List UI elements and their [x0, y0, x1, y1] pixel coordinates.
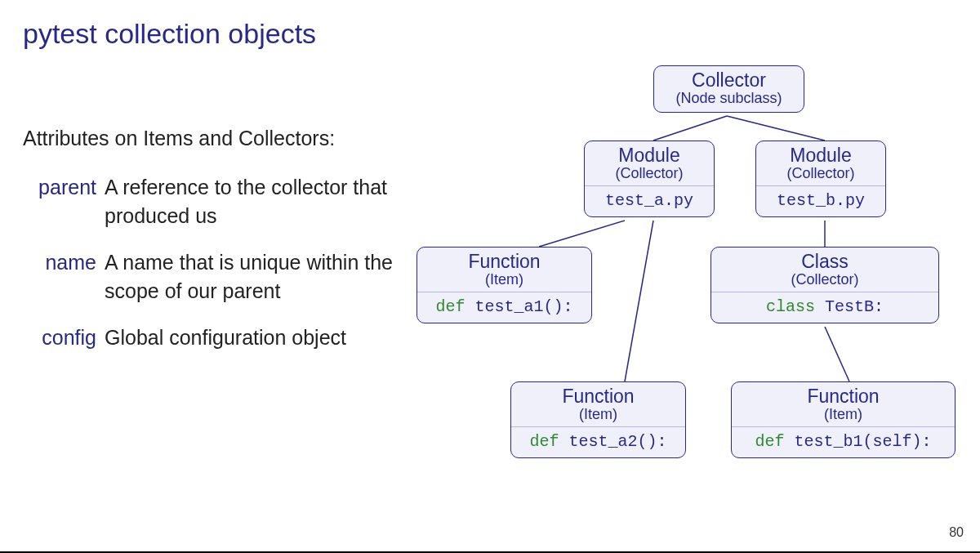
svg-line-5 [825, 327, 849, 381]
node-code: def test_b1(self): [732, 426, 955, 457]
node-module-a: Module (Collector) test_a.py [584, 140, 715, 217]
svg-line-3 [625, 221, 653, 381]
node-title: Class [711, 251, 938, 273]
node-sub: (Item) [511, 406, 685, 423]
code-rest: test_b1(self): [784, 432, 931, 451]
page-number: 80 [949, 525, 964, 540]
attr-desc: A name that is unique within the scope o… [105, 248, 399, 305]
node-code: test_a.py [585, 185, 714, 216]
attr-config: config Global configuration object [23, 323, 399, 352]
diagram: Collector (Node subclass) Module (Collec… [408, 65, 980, 506]
svg-line-0 [653, 116, 727, 140]
node-code: def test_a1(): [417, 292, 591, 323]
node-class-b: Class (Collector) class TestB: [710, 247, 939, 323]
node-title: Function [511, 386, 685, 408]
node-sub: (Item) [417, 271, 591, 288]
node-title: Function [417, 251, 591, 273]
slide-title: pytest collection objects [23, 18, 316, 50]
node-function-a1: Function (Item) def test_a1(): [416, 247, 592, 323]
node-collector: Collector (Node subclass) [653, 65, 804, 113]
node-code: class TestB: [711, 292, 938, 323]
node-title: Module [585, 145, 714, 167]
node-title: Collector [654, 69, 804, 91]
node-code: def test_a2(): [511, 426, 685, 457]
node-title: Module [756, 145, 885, 167]
code-rest: test_a2(): [559, 432, 666, 451]
attrs-heading: Attributes on Items and Collectors: [23, 127, 399, 150]
svg-line-2 [539, 221, 625, 247]
node-module-b: Module (Collector) test_b.py [755, 140, 886, 217]
node-sub: (Node subclass) [654, 90, 804, 107]
code-rest: TestB: [815, 297, 884, 316]
node-sub: (Collector) [756, 165, 885, 182]
keyword: def [435, 297, 465, 316]
node-function-b1: Function (Item) def test_b1(self): [731, 381, 956, 458]
node-sub: (Item) [732, 406, 955, 423]
attr-desc: Global configuration object [105, 323, 399, 352]
svg-line-1 [727, 116, 825, 140]
slide: pytest collection objects Attributes on … [0, 0, 980, 553]
code-rest: test_a1(): [465, 297, 572, 316]
attr-name: name A name that is unique within the sc… [23, 248, 399, 305]
node-function-a2: Function (Item) def test_a2(): [510, 381, 686, 458]
node-sub: (Collector) [585, 165, 714, 182]
attr-desc: A reference to the collector that produc… [105, 173, 399, 230]
node-title: Function [732, 386, 955, 408]
attributes-section: Attributes on Items and Collectors: pare… [23, 127, 399, 370]
attr-parent: parent A reference to the collector that… [23, 173, 399, 230]
node-code: test_b.py [756, 185, 885, 216]
keyword: def [529, 432, 559, 451]
keyword: class [766, 297, 815, 316]
attr-term: name [23, 248, 105, 277]
attr-term: parent [23, 173, 105, 202]
node-sub: (Collector) [711, 271, 938, 288]
attr-term: config [23, 323, 105, 352]
keyword: def [755, 432, 784, 451]
